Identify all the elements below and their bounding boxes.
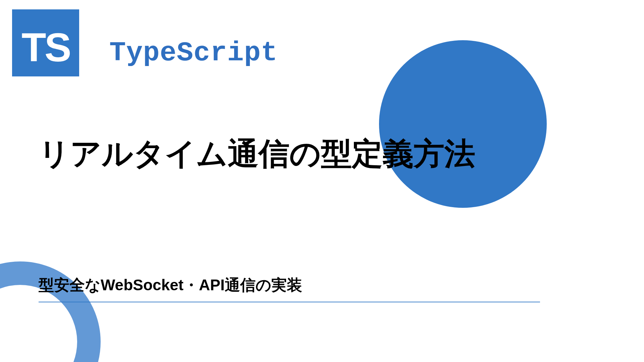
decorative-circle-large [379,40,547,208]
subtitle-divider [39,302,540,302]
ts-logo-badge: TS [12,9,79,76]
page-subtitle: 型安全なWebSocket・API通信の実装 [39,275,540,302]
brand-label: TypeScript [109,38,278,69]
page-title: リアルタイム通信の型定義方法 [39,127,540,180]
subtitle-container: 型安全なWebSocket・API通信の実装 [39,275,540,302]
logo-container: TS TypeScript [12,9,278,76]
ts-logo-text: TS [21,24,69,70]
